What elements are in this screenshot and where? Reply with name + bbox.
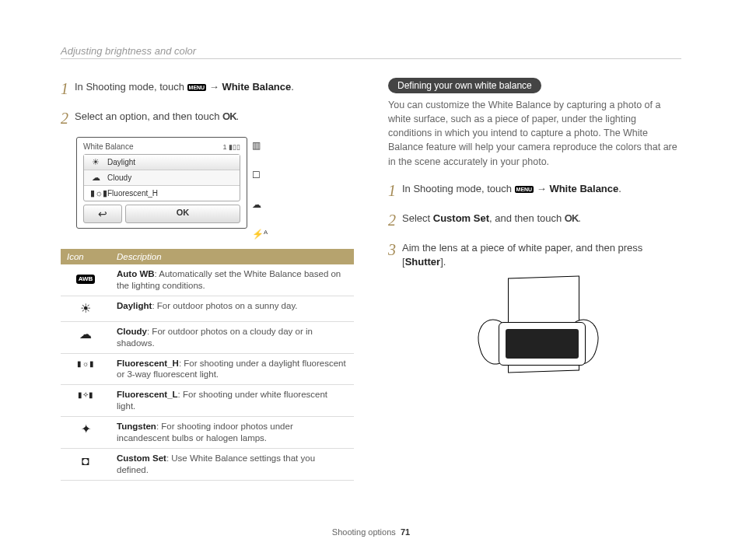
tungsten-icon: ✦: [61, 417, 110, 449]
row-desc: : For outdoor photos on a sunny day.: [152, 301, 297, 310]
fluorescent-icon: ▮☼▮: [90, 188, 101, 198]
battery-icon: ▥: [252, 140, 268, 151]
back-button[interactable]: ↩: [83, 205, 122, 223]
manual-page: Adjusting brightness and color 1 In Shoo…: [0, 0, 742, 560]
right-column: Defining your own white balance You can …: [388, 78, 681, 513]
wb-item-cloudy[interactable]: ☁Cloudy: [84, 170, 240, 185]
step-number: 2: [388, 209, 402, 231]
wb-label: White Balance: [222, 81, 291, 93]
custom-set-icon: ◘: [61, 449, 110, 481]
footer-section: Shooting options: [332, 527, 396, 537]
table-row: AWBAuto WB: Automatically set the White …: [61, 264, 354, 296]
ok-button[interactable]: OK: [125, 205, 240, 223]
cloudy-icon: ☁: [61, 321, 110, 353]
row-title: Daylight: [117, 301, 152, 310]
wb-item-label: Fluorescent_H: [107, 189, 158, 198]
table-header-row: Icon Description: [61, 249, 354, 264]
step-1: 1 In Shooting mode, touch MENU → White B…: [61, 78, 354, 100]
wb-button-row: ↩ OK: [83, 205, 240, 223]
text: In Shooting mode, touch: [402, 183, 515, 194]
menu-icon: MENU: [187, 84, 207, 91]
fluorescent-h-icon: ▮☼▮: [61, 353, 110, 385]
wb-item-label: Cloudy: [107, 173, 131, 182]
flash-icon: ⚡ᴬ: [252, 229, 268, 240]
wb-item-fluorescent-h[interactable]: ▮☼▮Fluorescent_H: [84, 185, 240, 201]
text: In Shooting mode, touch: [75, 81, 187, 93]
cloudy-icon: ☁: [90, 173, 101, 183]
table-row: ◘Custom Set: Use White Balance settings …: [61, 449, 354, 481]
ok-icon: OK: [222, 110, 236, 122]
intro-paragraph: You can customize the White Balance by c…: [388, 98, 681, 169]
camera-shape: [499, 322, 586, 366]
text: .: [236, 110, 240, 122]
row-title: Tungsten: [117, 422, 156, 431]
table-row: ☁Cloudy: For outdoor photos on a cloudy …: [61, 321, 354, 353]
page-footer: Shooting options 71: [0, 527, 742, 537]
row-title: Fluorescent_L: [117, 390, 178, 399]
table-row: ✦Tungsten: For shooting indoor photos un…: [61, 417, 354, 449]
cloud-icon: ☁: [252, 199, 268, 210]
row-title: Custom Set: [117, 453, 166, 463]
text: .: [618, 183, 621, 194]
wb-title-text: White Balance: [83, 142, 133, 151]
wb-item-label: Daylight: [107, 158, 135, 166]
menu-icon: MENU: [515, 186, 534, 193]
custom-set-label: Custom Set: [433, 212, 489, 224]
text: Select: [402, 212, 433, 224]
setting-icon: ☐: [252, 170, 268, 180]
hands-camera-illustration: [453, 277, 617, 394]
th-icon: Icon: [61, 249, 110, 264]
wb-titlebar: White Balance 1 ▮▯▯: [80, 141, 243, 152]
step-number: 1: [61, 78, 75, 100]
step-number: 3: [388, 239, 402, 269]
r-step-2: 2 Select Custom Set, and then touch OK.: [388, 209, 681, 231]
text: , and then touch: [489, 212, 565, 224]
th-desc: Description: [110, 249, 354, 264]
wb-label: White Balance: [549, 183, 618, 194]
row-title: Cloudy: [117, 327, 147, 336]
text: .: [578, 212, 581, 224]
wb-item-daylight[interactable]: ☀Daylight: [84, 155, 240, 170]
fluorescent-l-icon: ▮✧▮: [61, 385, 110, 417]
table-row: ▮☼▮Fluorescent_H: For shooting under a d…: [61, 353, 354, 385]
table-row: ▮✧▮Fluorescent_L: For shooting under whi…: [61, 385, 354, 417]
side-icon-strip: ▥ ☐ ☁ ⚡ᴬ: [252, 137, 268, 240]
row-title: Fluorescent_H: [117, 359, 179, 368]
row-title: Auto WB: [117, 269, 155, 278]
table-row: ☀Daylight: For outdoor photos on a sunny…: [61, 296, 354, 321]
wb-screen-wrap: White Balance 1 ▮▯▯ ☀Daylight ☁Cloudy ▮☼…: [76, 137, 354, 240]
wb-count: 1 ▮▯▯: [222, 143, 240, 151]
page-header: Adjusting brightness and color: [61, 45, 681, 59]
arrow-icon: →: [534, 183, 549, 194]
wb-description-table: Icon Description AWBAuto WB: Automatical…: [61, 249, 354, 481]
left-column: 1 In Shooting mode, touch MENU → White B…: [61, 78, 354, 513]
section-pill: Defining your own white balance: [388, 78, 541, 93]
text: .: [291, 81, 294, 93]
awb-icon: AWB: [76, 275, 96, 284]
wb-screen: White Balance 1 ▮▯▯ ☀Daylight ☁Cloudy ▮☼…: [76, 137, 247, 229]
wb-list: ☀Daylight ☁Cloudy ▮☼▮Fluorescent_H: [83, 154, 240, 201]
step-2: 2 Select an option, and then touch OK.: [61, 107, 354, 129]
step-number: 1: [388, 180, 402, 201]
r-step-1: 1 In Shooting mode, touch MENU → White B…: [388, 180, 681, 201]
shutter-label: Shutter: [405, 256, 441, 268]
text: Select an option, and then touch: [75, 110, 222, 122]
step-number: 2: [61, 107, 75, 129]
arrow-icon: →: [206, 81, 222, 93]
ok-icon: OK: [565, 212, 579, 224]
text: ].: [440, 256, 446, 268]
columns: 1 In Shooting mode, touch MENU → White B…: [61, 78, 681, 513]
r-step-3: 3 Aim the lens at a piece of white paper…: [388, 239, 681, 269]
daylight-icon: ☀: [61, 296, 110, 321]
daylight-icon: ☀: [90, 157, 101, 167]
page-number: 71: [401, 527, 410, 537]
